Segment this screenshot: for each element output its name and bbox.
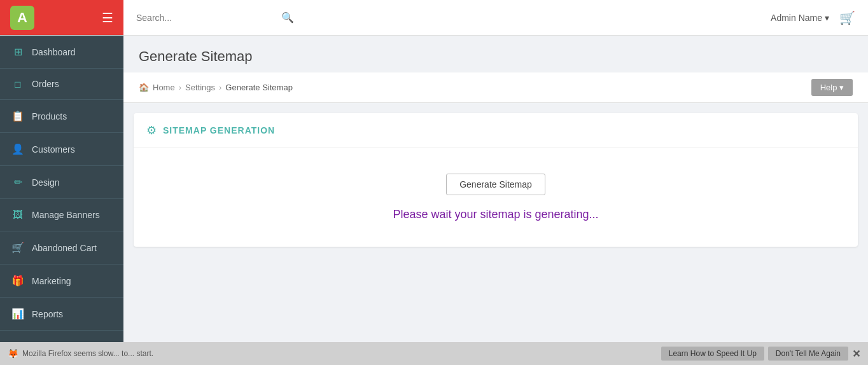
page-title: Generate Sitemap [139,48,253,65]
topbar: a ☰ 🔍 Admin Name ▾ 🛒 [0,0,868,36]
search-input[interactable] [136,13,276,23]
bottom-bar: 🦊 Mozilla Firefox seems slow... to... st… [0,342,868,365]
close-notification-button[interactable]: ✕ [852,348,860,360]
topbar-right: Admin Name ▾ 🛒 [771,10,868,25]
sidebar-item-abandoned-cart[interactable]: 🛒 Abandoned Cart [0,231,123,265]
orders-icon: ◻ [11,79,24,89]
generate-sitemap-button[interactable]: Generate Sitemap [446,174,545,195]
home-icon: 🏠 [139,83,149,92]
design-icon: ✏ [11,176,24,188]
bottom-bar-left: 🦊 Mozilla Firefox seems slow... to... st… [8,348,656,359]
card-header: ⚙ SITEMAP GENERATION [134,113,858,148]
breadcrumb: 🏠 Home › Settings › Generate Sitemap [139,83,293,92]
search-icon[interactable]: 🔍 [281,11,294,24]
sidebar-item-products[interactable]: 📋 Products [0,100,123,133]
sidebar: ⊞ Dashboard ◻ Orders 📋 Products 👤 Custom… [0,36,123,342]
search-area: 🔍 [123,11,771,24]
sitemap-card: ⚙ SITEMAP GENERATION Generate Sitemap Pl… [134,113,858,247]
sidebar-item-customers[interactable]: 👤 Customers [0,133,123,166]
breadcrumb-home[interactable]: Home [153,83,175,92]
abandoned-cart-icon: 🛒 [11,242,24,254]
breadcrumb-sep-1: › [179,83,181,92]
bottom-message: Mozilla Firefox seems slow... to... star… [22,349,153,358]
reports-icon: 📊 [11,308,24,320]
breadcrumb-current: Generate Sitemap [225,83,293,92]
hamburger-menu[interactable]: ☰ [102,10,113,25]
dismiss-button[interactable]: Don't Tell Me Again [768,347,848,361]
sidebar-item-reports[interactable]: 📊 Reports [0,298,123,331]
status-message: Please wait your sitemap is generating..… [393,208,598,221]
cart-icon[interactable]: 🛒 [839,10,855,25]
banners-icon: 🖼 [11,209,24,221]
dashboard-icon: ⊞ [11,46,24,58]
help-button[interactable]: Help ▾ [811,79,853,96]
sitemap-header-title: SITEMAP GENERATION [163,125,275,135]
sidebar-item-marketing[interactable]: 🎁 Marketing [0,265,123,298]
breadcrumb-sep-2: › [219,83,221,92]
customers-icon: 👤 [11,143,24,155]
content-area: Generate Sitemap 🏠 Home › Settings › Gen… [123,36,868,342]
main-layout: ⊞ Dashboard ◻ Orders 📋 Products 👤 Custom… [0,36,868,342]
sidebar-item-dashboard[interactable]: ⊞ Dashboard [0,36,123,69]
logo-area: a ☰ [0,0,123,35]
learn-how-button[interactable]: Learn How to Speed It Up [661,347,764,361]
sidebar-item-manage-banners[interactable]: 🖼 Manage Banners [0,199,123,231]
firefox-icon: 🦊 [8,348,18,359]
card-body: Generate Sitemap Please wait your sitema… [134,148,858,247]
admin-menu[interactable]: Admin Name ▾ [771,13,829,23]
breadcrumb-settings[interactable]: Settings [185,83,215,92]
bottom-bar-right: Learn How to Speed It Up Don't Tell Me A… [661,347,860,361]
sidebar-item-design[interactable]: ✏ Design [0,166,123,199]
marketing-icon: 🎁 [11,275,24,287]
breadcrumb-bar: 🏠 Home › Settings › Generate Sitemap Hel… [123,72,868,103]
products-icon: 📋 [11,110,24,122]
page-header: Generate Sitemap [123,36,868,72]
sitemap-header-icon: ⚙ [146,123,157,137]
sidebar-item-orders[interactable]: ◻ Orders [0,69,123,100]
app-logo: a [10,6,34,30]
